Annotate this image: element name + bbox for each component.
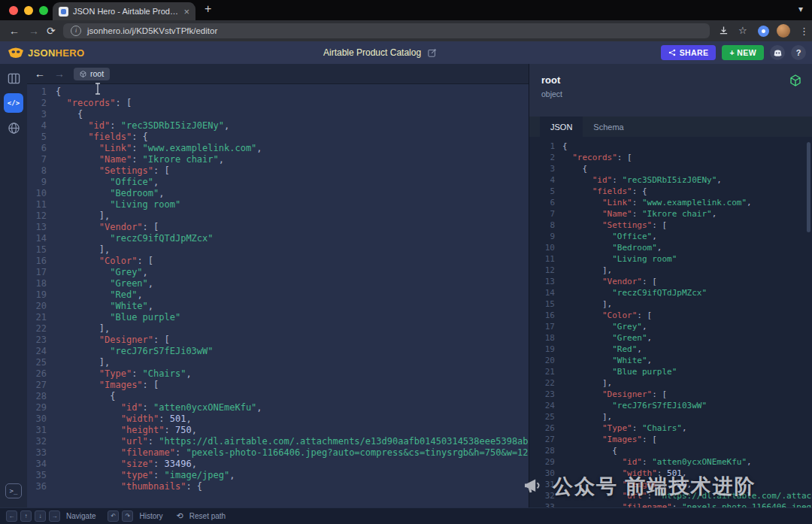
code-line[interactable]: 33 "filename": "pexels-photo-1166406.jpe…	[540, 501, 812, 507]
code-line[interactable]: 9 "Office",	[540, 231, 812, 242]
code-line[interactable]: 24 "recJ76rS7fEJi03wW"	[540, 400, 812, 411]
address-bar[interactable]: i jsonhero.io/j/KD5KVstvTPfk/editor	[63, 23, 710, 38]
code-line[interactable]: 7 "Name": "Ikrore chair",	[33, 154, 529, 165]
json-editor[interactable]: 1{2 "records": [3 {4 "id": "rec3SDRbI5iz…	[27, 85, 529, 507]
discord-icon[interactable]	[770, 45, 785, 60]
code-line[interactable]: 36 "thumbnails": {	[33, 481, 529, 492]
code-line[interactable]: 3 {	[33, 109, 529, 120]
code-line[interactable]: 10 "Bedroom",	[540, 242, 812, 253]
code-line[interactable]: 26 "Type": "Chairs",	[540, 423, 812, 434]
code-line[interactable]: 29 "id": "atten0ycxONEmeKfu",	[33, 402, 529, 413]
help-icon[interactable]: ?	[791, 45, 806, 60]
code-line[interactable]: 12 ],	[33, 211, 529, 222]
code-line[interactable]: 32 "url": "https://dl.airtable.com/.atta…	[540, 490, 812, 501]
tab-close-icon[interactable]: ×	[183, 7, 189, 17]
code-line[interactable]: 31 "height": 750,	[33, 425, 529, 436]
code-line[interactable]: 18 "Green",	[540, 332, 812, 344]
code-line[interactable]: 16 "Color": [	[540, 310, 812, 321]
tab-schema[interactable]: Schema	[583, 117, 634, 137]
extension-icon[interactable]	[758, 26, 769, 37]
code-line[interactable]: 27 "Images": [	[33, 380, 529, 391]
code-line[interactable]: 27 "Images": [	[540, 434, 812, 445]
code-line[interactable]: 20 "White",	[33, 301, 529, 312]
code-line[interactable]: 20 "White",	[540, 355, 812, 366]
code-line[interactable]: 8 "Settings": [	[33, 165, 529, 177]
code-line[interactable]: 32 "url": "https://dl.airtable.com/.atta…	[33, 436, 529, 447]
profile-avatar[interactable]	[777, 24, 790, 38]
download-icon[interactable]	[719, 26, 729, 36]
code-line[interactable]: 12 ],	[540, 265, 812, 276]
code-line[interactable]: 6 "Link": "www.examplelink.com",	[540, 197, 812, 208]
code-line[interactable]: 22 ],	[33, 323, 529, 335]
code-line[interactable]: 3 {	[540, 163, 812, 174]
code-line[interactable]: 4 "id": "rec3SDRbI5izJ0ENy",	[33, 120, 529, 132]
code-line[interactable]: 14 "reczC9ifQTdJpMZcx"	[33, 233, 529, 244]
code-line[interactable]: 21 "Blue purple"	[33, 312, 529, 323]
code-line[interactable]: 30 "width": 501,	[540, 468, 812, 479]
code-line[interactable]: 19 "Red",	[540, 344, 812, 355]
code-line[interactable]: 5 "fields": {	[33, 132, 529, 143]
scrollbar[interactable]	[807, 142, 810, 232]
terminal-icon[interactable]: >_	[5, 483, 22, 498]
code-line[interactable]: 24 "recJ76rS7fEJi03wW"	[33, 346, 529, 357]
code-line[interactable]: 15 ],	[33, 244, 529, 256]
editor-view-icon[interactable]: </>	[4, 93, 23, 113]
column-view-icon[interactable]	[4, 68, 23, 88]
code-line[interactable]: 30 "width": 501,	[33, 413, 529, 425]
code-line[interactable]: 22 ],	[540, 377, 812, 389]
code-line[interactable]: 11 "Living room"	[540, 253, 812, 265]
code-line[interactable]: 11 "Living room"	[33, 199, 529, 211]
code-line[interactable]: 18 "Green",	[33, 278, 529, 289]
code-line[interactable]: 23 "Designer": [	[33, 335, 529, 346]
code-line[interactable]: 28 {	[540, 445, 812, 456]
new-tab-button[interactable]: +	[205, 2, 211, 16]
code-line[interactable]: 16 "Color": [	[33, 256, 529, 267]
reset-path-icon[interactable]: ⟲	[177, 511, 183, 521]
code-line[interactable]: 5 "fields": {	[540, 186, 812, 197]
inspector-json-view[interactable]: 1{2 "records": [3 {4 "id": "rec3SDRbI5iz…	[529, 137, 812, 507]
code-line[interactable]: 25 ],	[33, 357, 529, 368]
reset-path-label[interactable]: Reset path	[189, 512, 226, 520]
browser-tab[interactable]: JSON Hero - Airtable Product ×	[53, 2, 195, 20]
code-line[interactable]: 34 "size": 33496,	[33, 459, 529, 470]
code-line[interactable]: 35 "type": "image/jpeg",	[33, 470, 529, 481]
code-line[interactable]: 29 "id": "atten0ycxONEmeKfu",	[540, 456, 812, 468]
object-cube-icon[interactable]	[789, 74, 801, 86]
code-line[interactable]: 8 "Settings": [	[540, 220, 812, 231]
tab-search-icon[interactable]: ▾	[798, 4, 803, 14]
code-line[interactable]: 33 "filename": "pexels-photo-1166406.jpe…	[33, 447, 529, 459]
site-info-icon[interactable]: i	[71, 26, 81, 36]
code-line[interactable]: 26 "Type": "Chairs",	[33, 368, 529, 380]
jsonhero-logo[interactable]: JSONHERO	[8, 41, 84, 64]
code-line[interactable]: 17 "Grey",	[540, 321, 812, 332]
code-line[interactable]: 23 "Designer": [	[540, 389, 812, 400]
path-forward-icon[interactable]: →	[54, 68, 65, 80]
close-window-button[interactable]	[9, 6, 18, 15]
code-line[interactable]: 14 "reczC9ifQTdJpMZcx"	[540, 287, 812, 298]
reload-icon[interactable]: ⟳	[47, 26, 56, 36]
code-line[interactable]: 1{	[540, 141, 812, 152]
code-line[interactable]: 13 "Vendor": [	[540, 276, 812, 287]
path-back-icon[interactable]: ←	[35, 68, 45, 80]
code-line[interactable]: 19 "Red",	[33, 289, 529, 301]
code-line[interactable]: 1{	[33, 86, 529, 98]
code-line[interactable]: 31 "height": 750,	[540, 479, 812, 490]
tab-json[interactable]: JSON	[540, 117, 583, 137]
code-line[interactable]: 6 "Link": "www.examplelink.com",	[33, 143, 529, 154]
code-line[interactable]: 9 "Office",	[33, 177, 529, 188]
code-line[interactable]: 25 ],	[540, 411, 812, 423]
code-line[interactable]: 21 "Blue purple"	[540, 366, 812, 377]
code-line[interactable]: 10 "Bedroom",	[33, 188, 529, 199]
bookmark-star-icon[interactable]: ☆	[738, 26, 747, 36]
code-line[interactable]: 13 "Vendor": [	[33, 222, 529, 233]
code-line[interactable]: 2 "records": [	[33, 98, 529, 109]
forward-icon[interactable]: →	[29, 26, 39, 36]
code-line[interactable]: 28 {	[33, 391, 529, 402]
minimize-window-button[interactable]	[24, 6, 33, 15]
browser-menu-icon[interactable]: ⋮	[799, 26, 809, 37]
browser-view-icon[interactable]	[4, 118, 23, 138]
breadcrumb-root-chip[interactable]: root	[74, 68, 110, 80]
share-button[interactable]: SHARE	[661, 45, 717, 60]
code-line[interactable]: 2 "records": [	[540, 152, 812, 163]
fullscreen-window-button[interactable]	[39, 6, 48, 15]
